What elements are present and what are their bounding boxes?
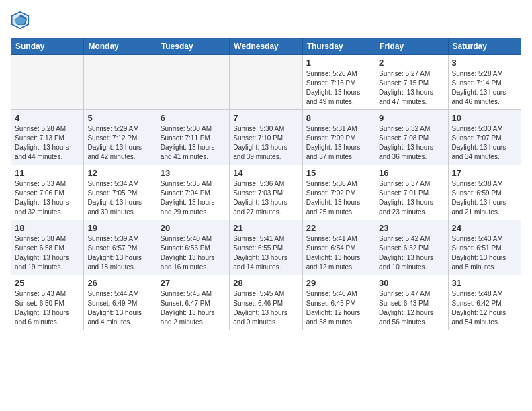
- day-number: 21: [233, 223, 298, 233]
- day-number: 18: [15, 223, 80, 233]
- day-info: Sunrise: 5:29 AM Sunset: 7:12 PM Dayligh…: [87, 124, 152, 162]
- day-info: Sunrise: 5:48 AM Sunset: 6:42 PM Dayligh…: [452, 289, 517, 327]
- calendar-cell: [11, 55, 84, 110]
- calendar-cell: 24Sunrise: 5:43 AM Sunset: 6:51 PM Dayli…: [448, 220, 521, 275]
- weekday-header: Thursday: [302, 38, 375, 55]
- day-number: 8: [306, 113, 371, 123]
- weekday-header: Monday: [84, 38, 157, 55]
- day-number: 5: [87, 113, 152, 123]
- day-number: 7: [233, 113, 298, 123]
- day-info: Sunrise: 5:40 AM Sunset: 6:56 PM Dayligh…: [161, 234, 226, 272]
- calendar-cell: 17Sunrise: 5:38 AM Sunset: 6:59 PM Dayli…: [448, 165, 521, 220]
- day-info: Sunrise: 5:35 AM Sunset: 7:04 PM Dayligh…: [161, 179, 226, 217]
- day-number: 31: [452, 278, 517, 288]
- calendar-week: 11Sunrise: 5:33 AM Sunset: 7:06 PM Dayli…: [11, 165, 521, 220]
- day-number: 10: [452, 113, 517, 123]
- day-number: 2: [379, 58, 444, 68]
- calendar-cell: 15Sunrise: 5:36 AM Sunset: 7:02 PM Dayli…: [302, 165, 375, 220]
- day-info: Sunrise: 5:47 AM Sunset: 6:43 PM Dayligh…: [379, 289, 444, 327]
- day-number: 28: [233, 278, 298, 288]
- day-info: Sunrise: 5:27 AM Sunset: 7:15 PM Dayligh…: [379, 69, 444, 107]
- calendar-cell: 7Sunrise: 5:30 AM Sunset: 7:10 PM Daylig…: [230, 110, 302, 165]
- day-info: Sunrise: 5:38 AM Sunset: 6:59 PM Dayligh…: [452, 179, 517, 217]
- calendar-cell: 11Sunrise: 5:33 AM Sunset: 7:06 PM Dayli…: [11, 165, 84, 220]
- day-info: Sunrise: 5:42 AM Sunset: 6:52 PM Dayligh…: [379, 234, 444, 272]
- day-info: Sunrise: 5:41 AM Sunset: 6:55 PM Dayligh…: [233, 234, 298, 272]
- weekday-header: Sunday: [11, 38, 84, 55]
- calendar-cell: 6Sunrise: 5:30 AM Sunset: 7:11 PM Daylig…: [157, 110, 229, 165]
- calendar-cell: 19Sunrise: 5:39 AM Sunset: 6:57 PM Dayli…: [84, 220, 157, 275]
- logo-icon: [11, 11, 30, 30]
- weekday-header: Friday: [375, 38, 448, 55]
- calendar-cell: 10Sunrise: 5:33 AM Sunset: 7:07 PM Dayli…: [448, 110, 521, 165]
- weekday-header: Wednesday: [230, 38, 302, 55]
- day-number: 16: [379, 168, 444, 178]
- day-info: Sunrise: 5:31 AM Sunset: 7:09 PM Dayligh…: [306, 124, 371, 162]
- calendar-table: SundayMondayTuesdayWednesdayThursdayFrid…: [11, 38, 521, 330]
- day-info: Sunrise: 5:30 AM Sunset: 7:10 PM Dayligh…: [233, 124, 298, 162]
- day-number: 23: [379, 223, 444, 233]
- calendar-cell: 5Sunrise: 5:29 AM Sunset: 7:12 PM Daylig…: [84, 110, 157, 165]
- day-info: Sunrise: 5:43 AM Sunset: 6:51 PM Dayligh…: [452, 234, 517, 272]
- day-info: Sunrise: 5:28 AM Sunset: 7:14 PM Dayligh…: [452, 69, 517, 107]
- day-number: 30: [379, 278, 444, 288]
- calendar-cell: 14Sunrise: 5:36 AM Sunset: 7:03 PM Dayli…: [230, 165, 302, 220]
- calendar-cell: 21Sunrise: 5:41 AM Sunset: 6:55 PM Dayli…: [230, 220, 302, 275]
- day-info: Sunrise: 5:36 AM Sunset: 7:03 PM Dayligh…: [233, 179, 298, 217]
- calendar-cell: 3Sunrise: 5:28 AM Sunset: 7:14 PM Daylig…: [448, 55, 521, 110]
- day-number: 27: [161, 278, 226, 288]
- calendar-cell: 28Sunrise: 5:45 AM Sunset: 6:46 PM Dayli…: [230, 275, 302, 330]
- day-number: 11: [15, 168, 80, 178]
- day-info: Sunrise: 5:38 AM Sunset: 6:58 PM Dayligh…: [15, 234, 80, 272]
- calendar-cell: 16Sunrise: 5:37 AM Sunset: 7:01 PM Dayli…: [375, 165, 448, 220]
- day-number: 25: [15, 278, 80, 288]
- calendar-cell: 9Sunrise: 5:32 AM Sunset: 7:08 PM Daylig…: [375, 110, 448, 165]
- day-number: 9: [379, 113, 444, 123]
- day-info: Sunrise: 5:26 AM Sunset: 7:16 PM Dayligh…: [306, 69, 371, 107]
- day-info: Sunrise: 5:43 AM Sunset: 6:50 PM Dayligh…: [15, 289, 80, 327]
- day-info: Sunrise: 5:39 AM Sunset: 6:57 PM Dayligh…: [87, 234, 152, 272]
- weekday-header: Tuesday: [157, 38, 229, 55]
- calendar-cell: 20Sunrise: 5:40 AM Sunset: 6:56 PM Dayli…: [157, 220, 229, 275]
- calendar-cell: 8Sunrise: 5:31 AM Sunset: 7:09 PM Daylig…: [302, 110, 375, 165]
- day-info: Sunrise: 5:46 AM Sunset: 6:45 PM Dayligh…: [306, 289, 371, 327]
- logo: [11, 11, 32, 30]
- day-info: Sunrise: 5:33 AM Sunset: 7:06 PM Dayligh…: [15, 179, 80, 217]
- calendar-cell: 2Sunrise: 5:27 AM Sunset: 7:15 PM Daylig…: [375, 55, 448, 110]
- calendar-cell: 31Sunrise: 5:48 AM Sunset: 6:42 PM Dayli…: [448, 275, 521, 330]
- calendar-week: 1Sunrise: 5:26 AM Sunset: 7:16 PM Daylig…: [11, 55, 521, 110]
- calendar-cell: 1Sunrise: 5:26 AM Sunset: 7:16 PM Daylig…: [302, 55, 375, 110]
- calendar-week: 4Sunrise: 5:28 AM Sunset: 7:13 PM Daylig…: [11, 110, 521, 165]
- day-info: Sunrise: 5:44 AM Sunset: 6:49 PM Dayligh…: [87, 289, 152, 327]
- page-header: [11, 11, 521, 30]
- calendar-cell: 27Sunrise: 5:45 AM Sunset: 6:47 PM Dayli…: [157, 275, 229, 330]
- day-number: 26: [87, 278, 152, 288]
- day-number: 20: [161, 223, 226, 233]
- calendar-cell: 26Sunrise: 5:44 AM Sunset: 6:49 PM Dayli…: [84, 275, 157, 330]
- day-info: Sunrise: 5:28 AM Sunset: 7:13 PM Dayligh…: [15, 124, 80, 162]
- day-info: Sunrise: 5:32 AM Sunset: 7:08 PM Dayligh…: [379, 124, 444, 162]
- calendar-header: SundayMondayTuesdayWednesdayThursdayFrid…: [11, 38, 521, 55]
- calendar-body: 1Sunrise: 5:26 AM Sunset: 7:16 PM Daylig…: [11, 55, 521, 330]
- day-info: Sunrise: 5:33 AM Sunset: 7:07 PM Dayligh…: [452, 124, 517, 162]
- day-number: 3: [452, 58, 517, 68]
- calendar-cell: 30Sunrise: 5:47 AM Sunset: 6:43 PM Dayli…: [375, 275, 448, 330]
- day-info: Sunrise: 5:30 AM Sunset: 7:11 PM Dayligh…: [161, 124, 226, 162]
- day-number: 1: [306, 58, 371, 68]
- day-info: Sunrise: 5:34 AM Sunset: 7:05 PM Dayligh…: [87, 179, 152, 217]
- day-number: 4: [15, 113, 80, 123]
- day-number: 13: [161, 168, 226, 178]
- calendar-cell: 12Sunrise: 5:34 AM Sunset: 7:05 PM Dayli…: [84, 165, 157, 220]
- calendar-cell: 23Sunrise: 5:42 AM Sunset: 6:52 PM Dayli…: [375, 220, 448, 275]
- calendar-cell: [84, 55, 157, 110]
- day-info: Sunrise: 5:41 AM Sunset: 6:54 PM Dayligh…: [306, 234, 371, 272]
- calendar-week: 18Sunrise: 5:38 AM Sunset: 6:58 PM Dayli…: [11, 220, 521, 275]
- day-number: 19: [87, 223, 152, 233]
- day-number: 24: [452, 223, 517, 233]
- weekday-header: Saturday: [448, 38, 521, 55]
- calendar-cell: [230, 55, 302, 110]
- day-info: Sunrise: 5:37 AM Sunset: 7:01 PM Dayligh…: [379, 179, 444, 217]
- day-number: 6: [161, 113, 226, 123]
- calendar-cell: 29Sunrise: 5:46 AM Sunset: 6:45 PM Dayli…: [302, 275, 375, 330]
- calendar-cell: 18Sunrise: 5:38 AM Sunset: 6:58 PM Dayli…: [11, 220, 84, 275]
